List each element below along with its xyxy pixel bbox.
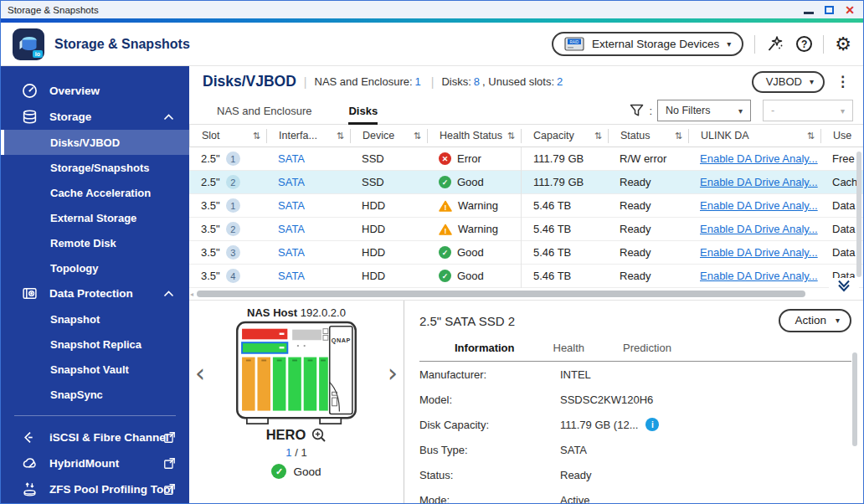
- sidebar-item-hybridmount[interactable]: HybridMount: [1, 450, 189, 476]
- ulink-da-link[interactable]: Enable DA Drive Analy...: [700, 176, 818, 188]
- device-type: SSD: [350, 147, 427, 171]
- ulink-da-link[interactable]: Enable DA Drive Analy...: [700, 152, 818, 165]
- zoom-in-icon[interactable]: [311, 428, 327, 443]
- carousel-page-indicator: 1 / 1: [285, 446, 306, 459]
- ulink-da-link[interactable]: Enable DA Drive Analy...: [700, 223, 818, 235]
- device-type: HDD: [350, 218, 427, 241]
- disk-profiling-icon: [22, 481, 42, 497]
- nas-host-line: NAS Host 192.0.2.0: [247, 306, 346, 319]
- interface-link[interactable]: SATA: [278, 199, 305, 212]
- sidebar-item-cache-acceleration[interactable]: Cache Acceleration: [1, 180, 189, 205]
- sort-icon[interactable]: ⇅: [594, 131, 602, 141]
- filter-funnel-icon[interactable]: [630, 104, 644, 117]
- interface-link[interactable]: SATA: [278, 246, 305, 259]
- column-header-health-status[interactable]: Health Status⇅: [428, 129, 522, 143]
- info-icon[interactable]: i: [645, 418, 659, 431]
- capacity: 111.79 GB: [521, 147, 608, 171]
- external-link-icon: [163, 483, 176, 496]
- sort-icon[interactable]: ⇅: [337, 131, 344, 141]
- filter-secondary-value: -: [771, 105, 774, 116]
- help-icon[interactable]: ?: [796, 36, 812, 52]
- sidebar-item-remote-disk[interactable]: Remote Disk: [1, 230, 189, 255]
- table-row-selected[interactable]: 2.5"2 SATA SSD ✓Good 111.79 GB Ready Ena…: [189, 171, 863, 194]
- details-scrollbar[interactable]: [852, 352, 857, 446]
- column-header-capacity[interactable]: Capacity⇅: [522, 129, 609, 143]
- chevron-down-icon: ▾: [738, 106, 743, 116]
- sort-icon[interactable]: ⇅: [414, 131, 421, 141]
- vjbod-button[interactable]: VJBOD ▾: [752, 71, 825, 93]
- sort-icon[interactable]: ⇅: [675, 131, 682, 141]
- nas-enclosure-illustration[interactable]: QNAP: [235, 321, 357, 426]
- sidebar-item-snapshot-replica[interactable]: Snapshot Replica: [1, 332, 189, 357]
- column-header-device[interactable]: Device⇅: [351, 129, 428, 143]
- tab-prediction[interactable]: Prediction: [623, 342, 671, 354]
- minimize-button[interactable]: [804, 12, 814, 14]
- column-header-interface[interactable]: Interfa...⇅: [267, 129, 351, 143]
- interface-link[interactable]: SATA: [278, 270, 305, 282]
- table-row[interactable]: 3.5"3 SATA HDD ✓Good 5.46 TB Ready Enabl…: [189, 241, 863, 265]
- sidebar-item-snapshot-vault[interactable]: Snapshot Vault: [1, 357, 189, 382]
- column-header-slot[interactable]: Slot⇅: [190, 129, 267, 143]
- sidebar-item-disks-vjbod[interactable]: Disks/VJBOD: [1, 130, 189, 155]
- sidebar-item-external-storage[interactable]: External Storage: [1, 205, 189, 230]
- health-status: Good: [457, 176, 484, 188]
- warning-icon: !: [439, 200, 452, 212]
- carousel-prev-icon[interactable]: ‹: [193, 361, 207, 386]
- kebab-menu-icon[interactable]: ⋮: [836, 73, 850, 90]
- sidebar-item-iscsi-fibre-channel[interactable]: iSCSI & Fibre Channel: [1, 424, 189, 450]
- slot-number-badge: 1: [226, 198, 240, 213]
- table-row[interactable]: 3.5"2 SATA HDD !Warning 5.46 TB Ready En…: [189, 218, 863, 241]
- column-header-status[interactable]: Status⇅: [609, 129, 689, 143]
- filter-secondary-select[interactable]: - ▾: [763, 100, 853, 121]
- tab-nas-and-enclosure[interactable]: NAS and Enclosure: [217, 97, 311, 125]
- gear-icon[interactable]: ⚙: [835, 35, 851, 54]
- tab-disks[interactable]: Disks: [348, 97, 378, 125]
- horizontal-scrollbar-thumb[interactable]: [197, 291, 805, 297]
- external-link-icon: [163, 431, 176, 444]
- carousel-next-icon[interactable]: ›: [386, 361, 399, 386]
- good-icon: ✓: [439, 270, 451, 282]
- sort-icon[interactable]: ⇅: [807, 131, 815, 141]
- scroll-left-arrow-icon[interactable]: ◂: [190, 291, 193, 298]
- tab-information[interactable]: Information: [455, 342, 515, 354]
- chevron-down-icon: ▾: [841, 106, 845, 116]
- column-header-ulink-da[interactable]: ULINK DA⇅: [689, 129, 821, 143]
- table-row[interactable]: 2.5"1 SATA SSD ✕Error 111.79 GB R/W erro…: [189, 147, 863, 171]
- external-storage-devices-button[interactable]: RAID External Storage Devices ▾: [552, 32, 743, 56]
- sidebar-item-data-protection[interactable]: Data Protection: [1, 280, 189, 306]
- collapse-panel-button[interactable]: [829, 278, 859, 299]
- health-status: Good: [457, 270, 484, 282]
- chevron-up-icon[interactable]: [163, 291, 174, 297]
- cloud-icon: [22, 455, 42, 471]
- sidebar-item-label: Overview: [49, 85, 100, 97]
- sort-icon[interactable]: ⇅: [253, 131, 260, 141]
- sidebar-item-snapsync[interactable]: SnapSync: [1, 382, 189, 407]
- ulink-da-link[interactable]: Enable DA Drive Analy...: [700, 270, 818, 282]
- sidebar-item-storage[interactable]: Storage: [1, 104, 189, 130]
- close-button[interactable]: ✕: [845, 4, 855, 16]
- interface-link[interactable]: SATA: [278, 176, 305, 188]
- sidebar-item-snapshot[interactable]: Snapshot: [1, 306, 189, 332]
- sidebar-item-overview[interactable]: Overview: [1, 78, 189, 104]
- table-row[interactable]: 3.5"4 SATA HDD ✓Good 5.46 TB Ready Enabl…: [189, 265, 863, 288]
- vertical-scrollbar[interactable]: [856, 152, 861, 277]
- interface-link[interactable]: SATA: [278, 152, 305, 165]
- field-status: Status: Ready: [419, 462, 863, 487]
- health-status: Good: [457, 246, 484, 259]
- sort-icon[interactable]: ⇅: [507, 131, 515, 141]
- device-type: SSD: [350, 171, 427, 194]
- sidebar-item-topology[interactable]: Topology: [1, 255, 189, 280]
- ulink-da-link[interactable]: Enable DA Drive Analy...: [700, 199, 818, 212]
- column-header-usage[interactable]: Use: [821, 129, 863, 143]
- action-button[interactable]: Action ▾: [779, 309, 851, 332]
- ulink-da-link[interactable]: Enable DA Drive Analy...: [700, 246, 818, 259]
- interface-link[interactable]: SATA: [278, 223, 305, 235]
- chevron-up-icon[interactable]: [163, 114, 174, 121]
- tab-health[interactable]: Health: [553, 342, 585, 354]
- wizard-wand-icon[interactable]: [766, 34, 785, 54]
- sidebar-item-zfs-pool-profiling-tool[interactable]: ZFS Pool Profiling Tool: [1, 476, 189, 502]
- filter-select[interactable]: No Filters ▾: [657, 100, 751, 121]
- table-row[interactable]: 3.5"1 SATA HDD !Warning 5.46 TB Ready En…: [189, 194, 863, 218]
- sidebar-item-storage-snapshots[interactable]: Storage/Snapshots: [1, 155, 189, 180]
- maximize-button[interactable]: [825, 6, 834, 14]
